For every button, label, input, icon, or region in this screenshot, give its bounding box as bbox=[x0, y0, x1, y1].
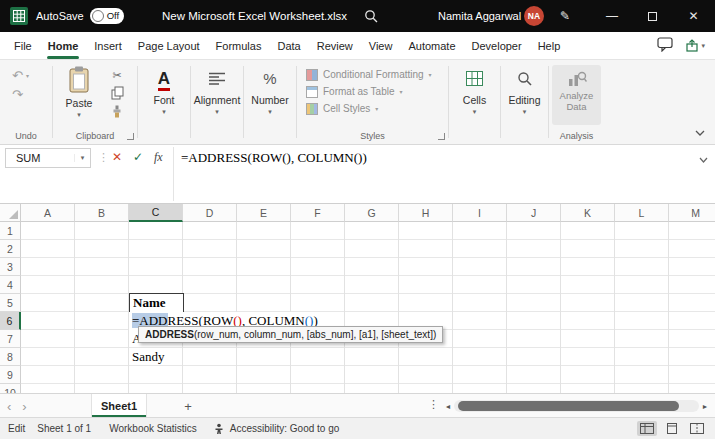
tab-view[interactable]: View bbox=[361, 32, 401, 59]
collapse-ribbon-button[interactable] bbox=[695, 126, 705, 138]
search-button[interactable] bbox=[364, 0, 379, 32]
accessibility-status-label[interactable]: Accessibility: Good to go bbox=[230, 423, 340, 434]
enter-button[interactable]: ✓ bbox=[133, 150, 143, 164]
row-header-4[interactable]: 4 bbox=[0, 276, 21, 294]
dropdown-chevron-icon: ▾ bbox=[26, 72, 29, 79]
normal-view-button[interactable] bbox=[637, 421, 657, 436]
add-sheet-button[interactable]: + bbox=[180, 398, 196, 414]
accessibility-button[interactable] bbox=[213, 423, 225, 435]
clipboard-dialog-launcher[interactable] bbox=[127, 133, 134, 140]
column-header-c[interactable]: C bbox=[129, 204, 183, 222]
chevron-down-icon bbox=[699, 157, 708, 163]
more-options-icon[interactable]: ⋮ bbox=[428, 398, 439, 411]
tab-home[interactable]: Home bbox=[40, 32, 87, 59]
column-header-f[interactable]: F bbox=[291, 204, 345, 222]
redo-button[interactable]: ↷ bbox=[12, 86, 23, 102]
tab-insert[interactable]: Insert bbox=[86, 32, 130, 59]
styles-item-format-as-table[interactable]: Format as Table▾ bbox=[306, 84, 403, 99]
tab-formulas[interactable]: Formulas bbox=[208, 32, 270, 59]
autosave-control[interactable]: AutoSave Off bbox=[36, 0, 124, 32]
scrollbar-track[interactable] bbox=[454, 400, 699, 412]
tab-file[interactable]: File bbox=[6, 32, 40, 59]
undo-group-label: Undo bbox=[0, 131, 52, 141]
row-header-5[interactable]: 5 bbox=[0, 294, 21, 312]
name-box[interactable]: SUM ▾ bbox=[5, 148, 91, 168]
tab-page-layout[interactable]: Page Layout bbox=[130, 32, 208, 59]
row-header-9[interactable]: 9 bbox=[0, 366, 21, 384]
select-all-button[interactable] bbox=[0, 204, 21, 222]
cancel-button[interactable]: ✕ bbox=[112, 150, 122, 164]
column-header-e[interactable]: E bbox=[237, 204, 291, 222]
tab-review[interactable]: Review bbox=[309, 32, 361, 59]
tab-automate[interactable]: Automate bbox=[400, 32, 463, 59]
row-header-1[interactable]: 1 bbox=[0, 222, 21, 240]
user-name[interactable]: Namita Aggarwal bbox=[438, 0, 521, 32]
column-header-j[interactable]: J bbox=[507, 204, 561, 222]
row-header-3[interactable]: 3 bbox=[0, 258, 21, 276]
paste-button[interactable]: Paste ▾ bbox=[57, 64, 101, 136]
previous-sheet-button[interactable]: ‹ bbox=[7, 399, 11, 414]
tab-developer[interactable]: Developer bbox=[464, 32, 530, 59]
row-header-2[interactable]: 2 bbox=[0, 240, 21, 258]
close-button[interactable]: ✕ bbox=[672, 0, 715, 32]
styles-item-cell-styles[interactable]: Cell Styles▾ bbox=[306, 101, 378, 116]
column-header-i[interactable]: I bbox=[453, 204, 507, 222]
number-button[interactable]: % Number ▾ bbox=[244, 65, 296, 116]
dropdown-chevron-icon: ▾ bbox=[429, 71, 432, 78]
horizontal-scrollbar[interactable]: ◄ ► bbox=[442, 399, 711, 413]
drag-handle-icon[interactable]: ⋮ bbox=[98, 151, 109, 164]
styles-dialog-launcher[interactable] bbox=[438, 133, 445, 140]
column-header-b[interactable]: B bbox=[75, 204, 129, 222]
scrollbar-thumb[interactable] bbox=[458, 401, 679, 411]
undo-button[interactable]: ↶ ▾ bbox=[12, 67, 29, 83]
grid-cells-area[interactable] bbox=[21, 222, 715, 393]
row-header-7[interactable]: 7 bbox=[0, 330, 21, 348]
cut-button[interactable]: ✂ bbox=[107, 67, 127, 83]
scroll-right-arrow[interactable]: ► bbox=[699, 403, 711, 410]
insert-function-button[interactable]: fx bbox=[154, 150, 163, 165]
cells-button[interactable]: Cells ▾ bbox=[449, 65, 500, 116]
pen-icon[interactable]: ✎ bbox=[560, 0, 570, 32]
column-header-m[interactable]: M bbox=[669, 204, 715, 222]
share-button[interactable]: ▾ bbox=[685, 39, 705, 52]
row-header-10[interactable]: 10 bbox=[0, 384, 21, 393]
column-header-l[interactable]: L bbox=[615, 204, 669, 222]
column-header-g[interactable]: G bbox=[345, 204, 399, 222]
tab-help[interactable]: Help bbox=[530, 32, 569, 59]
column-header-d[interactable]: D bbox=[183, 204, 237, 222]
editing-label: Editing bbox=[508, 94, 540, 106]
cell-c5[interactable]: Name bbox=[129, 293, 184, 313]
next-sheet-button[interactable]: › bbox=[22, 399, 26, 414]
tab-data[interactable]: Data bbox=[269, 32, 308, 59]
minimize-button[interactable]: — bbox=[592, 0, 632, 32]
styles-item-conditional-formatting[interactable]: Conditional Formatting▾ bbox=[306, 67, 432, 82]
document-title[interactable]: New Microsoft Excel Worksheet.xlsx bbox=[162, 0, 347, 32]
format-painter-button[interactable] bbox=[107, 103, 127, 119]
workbook-statistics-button[interactable]: Workbook Statistics bbox=[109, 423, 197, 434]
column-header-a[interactable]: A bbox=[21, 204, 75, 222]
formula-input[interactable]: =ADDRESS(ROW(), COLUMN()) bbox=[181, 150, 693, 166]
row-header-6[interactable]: 6 bbox=[0, 312, 21, 330]
alignment-button[interactable]: Alignment ▾ bbox=[191, 65, 243, 116]
analyze-data-button[interactable]: Analyze Data bbox=[552, 65, 601, 125]
close-icon: ✕ bbox=[688, 9, 698, 23]
page-break-preview-button[interactable] bbox=[687, 421, 707, 436]
expand-formula-bar-button[interactable] bbox=[699, 153, 708, 165]
font-button[interactable]: A Font ▾ bbox=[138, 65, 190, 116]
tooltip-args: (row_num, column_num, [abs_num], [a1], [… bbox=[194, 329, 436, 340]
copy-button[interactable] bbox=[107, 85, 127, 101]
editing-button[interactable]: Editing ▾ bbox=[501, 65, 548, 116]
comments-button[interactable] bbox=[657, 37, 673, 54]
column-header-h[interactable]: H bbox=[399, 204, 453, 222]
autosave-toggle[interactable]: Off bbox=[90, 8, 124, 24]
sheet-tab-sheet1[interactable]: Sheet1 bbox=[91, 394, 147, 417]
avatar[interactable]: NA bbox=[524, 0, 544, 32]
clipboard-group-label: Clipboard bbox=[53, 131, 137, 141]
maximize-button[interactable] bbox=[632, 0, 672, 32]
cell-c8[interactable]: Sandy bbox=[132, 348, 165, 366]
page-layout-view-button[interactable] bbox=[662, 421, 682, 436]
undo-icon: ↶ bbox=[12, 68, 23, 83]
column-header-k[interactable]: K bbox=[561, 204, 615, 222]
scroll-left-arrow[interactable]: ◄ bbox=[442, 403, 454, 410]
row-header-8[interactable]: 8 bbox=[0, 348, 21, 366]
